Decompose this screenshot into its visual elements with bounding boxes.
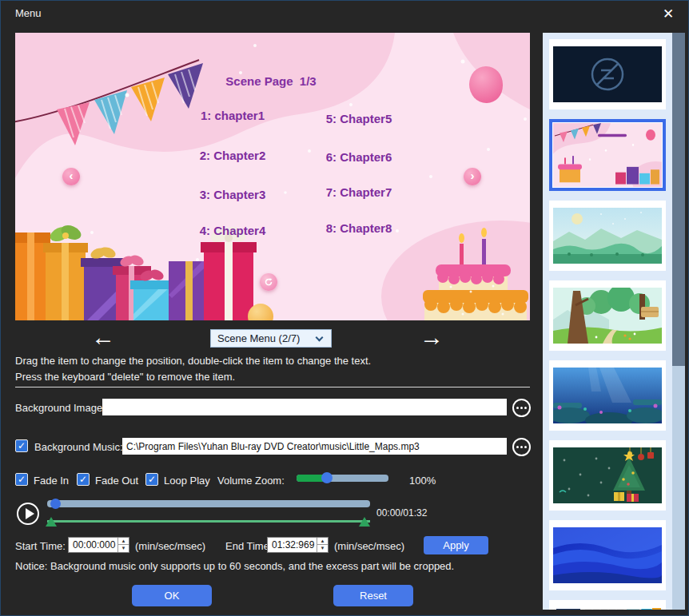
scene-menu-selected-value: Scene Menu (2/7) <box>217 332 300 344</box>
window-title: Menu <box>15 7 42 19</box>
check-icon: ✓ <box>18 474 26 485</box>
end-time-spinner: ▲▼ <box>267 537 329 553</box>
chapter-item-5[interactable]: 5: Chapter5 <box>309 112 408 125</box>
underwater-thumb <box>553 368 662 423</box>
notice-text: Notice: Background music only supports u… <box>15 560 454 572</box>
preview-prev-button[interactable]: ‹ <box>62 168 80 185</box>
end-time-input[interactable] <box>268 538 317 552</box>
volume-value: 100% <box>409 475 436 487</box>
loop-play-label: Loop Play <box>164 475 210 487</box>
spin-down-icon[interactable]: ▼ <box>118 545 129 552</box>
scene-menu-select[interactable]: Scene Menu (2/7) <box>210 329 332 348</box>
christmas-thumb <box>553 447 662 503</box>
progress-thumb[interactable] <box>50 499 61 509</box>
background-image-label: Background Image: <box>15 402 106 414</box>
volume-slider-track[interactable] <box>297 475 388 482</box>
trim-start-handle[interactable] <box>46 517 57 527</box>
fade-in-checkbox[interactable]: ✓ <box>15 473 28 486</box>
volume-slider-thumb[interactable] <box>321 472 333 483</box>
check-icon: ✓ <box>79 474 87 485</box>
chapter-item-7[interactable]: 7: Chapter7 <box>309 185 408 199</box>
sidebar-scrollbar[interactable] <box>672 33 685 610</box>
no-menu-thumb <box>553 46 662 102</box>
collage-thumb <box>553 607 662 610</box>
chapter-item-6[interactable]: 6: Chapter6 <box>309 150 408 164</box>
ellipsis-icon <box>516 407 519 409</box>
template-thumbnail-no-menu[interactable] <box>549 39 666 109</box>
prev-scene-arrow[interactable]: ← <box>91 325 115 349</box>
spin-down-icon[interactable]: ▼ <box>317 545 328 552</box>
background-music-input[interactable] <box>122 438 507 455</box>
spin-up-icon[interactable]: ▲ <box>118 538 129 545</box>
template-thumbnail-meadow[interactable] <box>549 201 666 271</box>
template-thumbnail-christmas[interactable] <box>549 440 666 511</box>
chapter-item-4[interactable]: 4: Chapter4 <box>183 224 282 237</box>
template-thumbnail-underwater[interactable] <box>549 360 666 431</box>
balloon-art <box>469 66 503 103</box>
play-button[interactable] <box>17 503 39 525</box>
blue-waves-thumb <box>553 527 662 583</box>
gift-pile <box>15 223 257 320</box>
scrollbar-thumb[interactable] <box>672 33 685 366</box>
meadow-thumb <box>553 208 662 264</box>
browse-image-button[interactable] <box>512 399 531 417</box>
instruction-line-2: Press the keyboard "delete" to remove th… <box>15 371 235 383</box>
template-thumbnail-birthday[interactable] <box>549 119 666 191</box>
start-time-label: Start Time: <box>15 540 66 552</box>
end-time-unit: (min/sec/msec) <box>334 540 404 552</box>
preview-replay-button[interactable] <box>260 273 277 291</box>
start-time-input[interactable] <box>69 538 117 552</box>
play-icon <box>26 508 34 519</box>
ellipsis-icon <box>516 446 519 448</box>
forest-thumb <box>553 288 662 344</box>
progress-track[interactable] <box>47 500 370 507</box>
template-sidebar <box>543 33 672 610</box>
birthday-thumb <box>553 123 662 187</box>
chapter-item-3[interactable]: 3: Chapter3 <box>183 188 282 201</box>
replay-icon <box>264 277 273 287</box>
check-icon: ✓ <box>148 474 156 485</box>
fade-out-checkbox[interactable]: ✓ <box>77 473 90 486</box>
fade-in-label: Fade In <box>34 475 69 487</box>
chapter-item-2[interactable]: 2: Chapter2 <box>183 149 282 162</box>
template-thumbnail-blue-waves[interactable] <box>549 520 666 590</box>
playback-time: 00:00/01:32 <box>376 507 427 519</box>
background-image-input[interactable] <box>102 399 507 415</box>
start-time-unit: (min/sec/msec) <box>135 540 205 552</box>
menu-preview: Scene Page 1/3 1: chapter1 2: Chapter2 3… <box>15 33 530 320</box>
divider <box>15 387 530 387</box>
background-music-label: Background Music: <box>34 441 123 453</box>
chapter-item-1[interactable]: 1: chapter1 <box>183 109 282 122</box>
loop-play-checkbox[interactable]: ✓ <box>145 473 158 486</box>
browse-music-button[interactable] <box>512 438 531 456</box>
chevron-down-icon <box>316 334 324 342</box>
menu-dialog: Menu ✕ <box>0 0 689 616</box>
check-icon: ✓ <box>18 440 26 451</box>
apply-button[interactable]: Apply <box>424 536 488 554</box>
end-time-label: End Time: <box>225 540 273 552</box>
fade-out-label: Fade Out <box>95 475 138 487</box>
scene-page-label: Scene Page 1/3 <box>215 74 327 88</box>
reset-button[interactable]: Reset <box>333 585 413 606</box>
trim-end-handle[interactable] <box>359 517 370 527</box>
background-music-checkbox[interactable]: ✓ <box>15 439 28 452</box>
ok-button[interactable]: OK <box>132 585 212 606</box>
start-time-spinner: ▲▼ <box>68 537 129 553</box>
spin-up-icon[interactable]: ▲ <box>317 538 328 545</box>
trim-range-line <box>47 520 370 523</box>
preview-next-button[interactable]: › <box>464 168 481 185</box>
instruction-line-1: Drag the item to change the position, do… <box>15 355 371 367</box>
next-scene-arrow[interactable]: → <box>420 325 444 349</box>
template-thumbnail-forest[interactable] <box>549 280 666 351</box>
volume-zoom-label: Volume Zoom: <box>217 475 285 487</box>
chapter-item-8[interactable]: 8: Chapter8 <box>309 221 408 235</box>
template-thumbnail-collage[interactable] <box>549 600 666 610</box>
close-icon[interactable]: ✕ <box>656 5 680 24</box>
